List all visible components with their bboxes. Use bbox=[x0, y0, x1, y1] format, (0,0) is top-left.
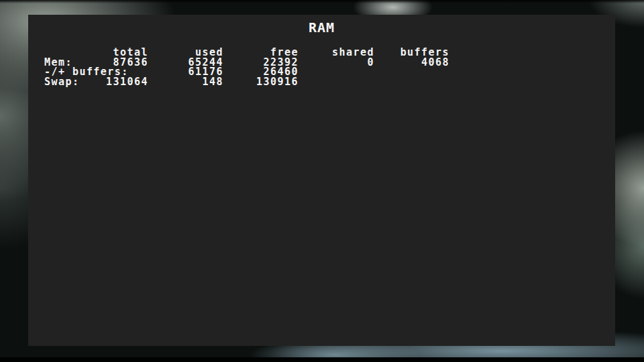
screen: RAM total used free shared buffers Mem: … bbox=[0, 0, 644, 362]
header-buffers: buffers bbox=[28, 48, 449, 58]
memory-table: total used free shared buffers Mem: 8763… bbox=[28, 48, 615, 86]
swap-free: 130916 bbox=[28, 77, 299, 87]
panel-title: RAM bbox=[28, 20, 615, 35]
console-panel: RAM total used free shared buffers Mem: … bbox=[28, 15, 615, 346]
table-row-swap: Swap: 131064 148 130916 bbox=[28, 77, 615, 87]
letterbox-bottom-bar bbox=[0, 357, 644, 362]
